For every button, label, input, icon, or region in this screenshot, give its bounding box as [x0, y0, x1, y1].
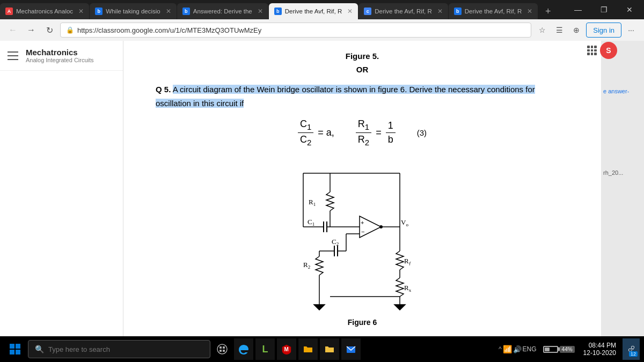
windows-explorer-icon[interactable] — [320, 338, 339, 360]
tab-while-taking[interactable]: b While taking decisio ✕ — [90, 3, 177, 19]
clock-display[interactable]: 08:44 PM 12-10-2020 — [579, 342, 620, 357]
close-button[interactable]: ✕ — [617, 0, 642, 19]
svg-point-42 — [217, 344, 227, 354]
tab3-icon: b — [182, 8, 190, 15]
svg-text:C2: C2 — [332, 238, 339, 247]
menu-button[interactable] — [5, 48, 20, 63]
file-manager-icon[interactable] — [298, 338, 318, 360]
collections-button[interactable]: ☰ — [552, 23, 567, 38]
tab5-close[interactable]: ✕ — [435, 8, 443, 15]
svg-text:Rx: Rx — [404, 284, 412, 293]
tab6-close[interactable]: ✕ — [525, 8, 532, 15]
search-icon: 🔍 — [35, 345, 44, 353]
svg-text:Vo: Vo — [401, 218, 408, 227]
hamburger-line3 — [8, 59, 18, 60]
math-eq2: R1 R2 = 1 b — [356, 119, 396, 146]
svg-text:Rƒ: Rƒ — [404, 257, 411, 266]
tab2-close[interactable]: ✕ — [164, 8, 171, 15]
circuit-diagram: R1 C1 — [276, 162, 448, 313]
tab3-close[interactable]: ✕ — [255, 8, 263, 15]
svg-text:R1: R1 — [309, 198, 316, 207]
apps-dot — [594, 53, 597, 55]
fraction-c1c2: C1 C2 — [298, 119, 313, 146]
edge-taskbar-icon[interactable] — [234, 338, 253, 360]
tab-derive-active[interactable]: b Derive the Avf, Rif, R ✕ — [269, 3, 358, 19]
tab3-label: Answered: Derive the — [193, 8, 252, 14]
svg-rect-45 — [219, 350, 222, 352]
favorites-button[interactable]: ☆ — [535, 23, 550, 38]
l-icon: L — [262, 344, 268, 355]
minimize-button[interactable]: — — [566, 0, 590, 19]
tab-mechatronics[interactable]: A Mechatronics Analoc ✕ — [0, 3, 89, 19]
answer-link[interactable]: e answer- — [603, 88, 642, 94]
mail-icon[interactable] — [341, 338, 361, 360]
svg-rect-38 — [10, 344, 14, 349]
mcafee-icon[interactable]: M — [277, 338, 296, 360]
refresh-button[interactable]: ↻ — [42, 23, 57, 38]
points-label: (3) — [417, 128, 427, 137]
tab4-icon: b — [274, 8, 282, 15]
start-button[interactable] — [4, 338, 26, 360]
content-card: Figure 5. OR Q 5. A circuit diagram of t… — [123, 41, 601, 362]
circuit-container: R1 C1 — [156, 162, 569, 313]
settings-button[interactable]: ··· — [624, 23, 639, 38]
window-controls: — ❐ ✕ — [566, 0, 644, 19]
profile-avatar[interactable]: S — [600, 42, 617, 59]
address-bar[interactable]: 🔒 https://classroom.google.com/u/1/c/MTE… — [60, 23, 531, 38]
tab2-icon: b — [95, 8, 103, 15]
tab-answered[interactable]: b Answered: Derive the ✕ — [177, 3, 268, 19]
math-eq1: C1 C2 = a, — [298, 119, 334, 146]
tab5-label: Derive the Avf, Rif, R — [375, 8, 432, 14]
tab-derive-3[interactable]: b Derive the Avf, Rif, R ✕ — [449, 3, 538, 19]
taskbar: 🔍 L M — [0, 336, 644, 362]
file-link[interactable]: rh_20... — [603, 169, 642, 176]
tab1-close[interactable]: ✕ — [76, 8, 84, 15]
notification-badge: 12 — [629, 351, 638, 357]
windows-icon — [9, 343, 21, 355]
left-sidebar: Mechatronics Analog Integrated Circuits — [0, 41, 123, 362]
tab5-icon: c — [364, 8, 371, 15]
or-text: OR — [156, 65, 569, 74]
l-app-icon[interactable]: L — [255, 338, 275, 360]
maximize-button[interactable]: ❐ — [591, 0, 616, 19]
taskbar-search-bar[interactable]: 🔍 — [28, 340, 210, 358]
battery-tip — [558, 348, 560, 351]
tab4-close[interactable]: ✕ — [345, 8, 353, 15]
tab1-icon: A — [5, 8, 13, 15]
svg-rect-40 — [10, 350, 14, 354]
hamburger-line1 — [8, 51, 18, 53]
time-display: 08:44 PM — [589, 342, 616, 349]
volume-icon[interactable]: 🔊 — [513, 345, 522, 353]
battery-percentage: 44% — [560, 346, 575, 353]
sign-in-button[interactable]: Sign in — [586, 23, 621, 38]
task-view-button[interactable] — [213, 338, 232, 360]
svg-rect-39 — [16, 344, 20, 349]
svg-text:−: − — [361, 228, 364, 235]
tab-derive-2[interactable]: c Derive the Avf, Rif, R ✕ — [358, 3, 448, 19]
apps-icon[interactable] — [587, 46, 597, 55]
new-tab-button[interactable]: + — [538, 3, 558, 19]
tray-expand-button[interactable]: ^ — [499, 345, 502, 353]
wifi-icon[interactable]: 📶 — [503, 345, 512, 353]
date-display: 12-10-2020 — [583, 349, 616, 357]
tab-bar: A Mechatronics Analoc ✕ b While taking d… — [0, 0, 644, 19]
extensions-button[interactable]: ⊕ — [569, 23, 584, 38]
system-tray: ^ 📶 🔊 ENG — [496, 345, 539, 353]
frac-1b-den: b — [386, 133, 396, 145]
notification-button[interactable]: 🗪 12 — [623, 338, 640, 360]
language-indicator[interactable]: ENG — [523, 345, 537, 353]
forward-button[interactable]: → — [24, 23, 39, 38]
back-button[interactable]: ← — [5, 23, 20, 38]
tab2-label: While taking decisio — [106, 8, 160, 14]
sidebar-header: Mechatronics Analog Integrated Circuits — [0, 41, 123, 71]
question-prefix: Q 5. — [156, 85, 171, 94]
search-input[interactable] — [48, 345, 203, 353]
fraction-r1r2: R1 R2 — [356, 119, 371, 146]
svg-rect-41 — [16, 350, 20, 354]
task-view-icon — [217, 344, 228, 354]
svg-text:M: M — [284, 346, 289, 352]
mail-svg-icon — [346, 344, 356, 354]
apps-dot — [587, 46, 590, 48]
battery-area[interactable]: 44% — [541, 346, 577, 353]
question-block: Q 5. A circuit diagram of the Wein bridg… — [156, 83, 569, 110]
